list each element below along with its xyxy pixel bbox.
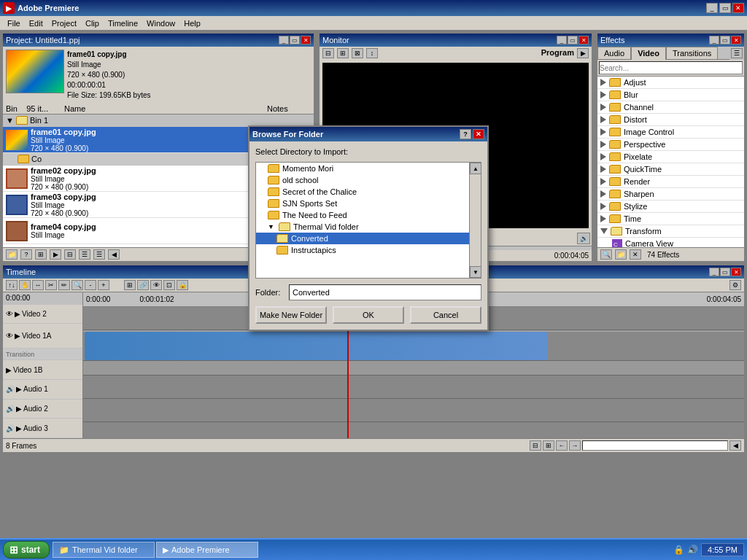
- menu-project[interactable]: Project: [47, 18, 81, 29]
- timeline-minimize[interactable]: _: [709, 268, 719, 276]
- tab-video[interactable]: Video: [631, 47, 666, 60]
- project-close[interactable]: ✕: [301, 36, 311, 44]
- restore-button[interactable]: ▭: [719, 3, 731, 13]
- project-tool-8[interactable]: ◀: [108, 249, 120, 260]
- taskbar-item-thermal[interactable]: 📁 Thermal Vid folder: [53, 542, 155, 558]
- effect-group-sharpen[interactable]: Sharpen: [597, 188, 744, 201]
- tl-tool-6[interactable]: 🔍: [71, 280, 83, 290]
- tl-zoom-out[interactable]: -: [85, 280, 96, 290]
- minimize-button[interactable]: _: [706, 3, 718, 13]
- start-button[interactable]: ⊞ start: [3, 541, 50, 559]
- dialog-folder-tree[interactable]: Momento Mori old school Secret of the Ch…: [255, 162, 481, 279]
- dialog-help[interactable]: ?: [460, 129, 471, 139]
- folder-thermal-vid[interactable]: ▼ Thermal Vid folder: [256, 221, 469, 233]
- menu-window[interactable]: Window: [142, 18, 179, 29]
- folder-secret-chalice[interactable]: Secret of the Chalice: [256, 186, 469, 198]
- tab-transitions[interactable]: Transitions: [666, 47, 718, 60]
- tl-snap[interactable]: ⊞: [124, 280, 136, 290]
- monitor-minimize[interactable]: _: [557, 36, 567, 44]
- effect-group-blur[interactable]: Blur: [597, 89, 744, 101]
- dialog-buttons: Make New Folder OK Cancel: [255, 306, 481, 324]
- effect-group-time[interactable]: Time: [597, 213, 744, 225]
- effects-new-btn[interactable]: 📁: [615, 249, 627, 260]
- effects-minimize[interactable]: _: [709, 36, 719, 44]
- scroll-down-btn[interactable]: ▼: [470, 266, 481, 278]
- effects-search[interactable]: [599, 61, 743, 74]
- tl-settings[interactable]: ⚙: [729, 280, 741, 290]
- project-tool-1[interactable]: 📁: [6, 249, 18, 260]
- tl-tool-4[interactable]: ✂: [45, 280, 57, 290]
- effect-group-perspective[interactable]: Perspective: [597, 139, 744, 151]
- monitor-close[interactable]: ✕: [578, 36, 589, 44]
- effect-group-pixelate[interactable]: Pixelate: [597, 151, 744, 163]
- monitor-restore[interactable]: ▭: [568, 36, 578, 44]
- folder-input[interactable]: [289, 284, 481, 300]
- tl-shy[interactable]: 👁: [150, 280, 162, 290]
- make-new-folder-button[interactable]: Make New Folder: [255, 306, 327, 324]
- close-button[interactable]: ✕: [732, 3, 744, 13]
- tl-bottom-5[interactable]: ◀: [729, 440, 741, 451]
- folder-converted[interactable]: Converted: [256, 233, 469, 244]
- tl-bottom-4[interactable]: →: [569, 440, 581, 451]
- menu-help[interactable]: Help: [179, 18, 205, 29]
- cancel-button[interactable]: Cancel: [410, 306, 481, 324]
- effects-close[interactable]: ✕: [731, 36, 741, 44]
- monitor-vol[interactable]: 🔊: [577, 233, 590, 244]
- dialog-close[interactable]: ✕: [473, 129, 484, 139]
- effect-group-transform[interactable]: Transform: [597, 225, 744, 238]
- tl-zoom-in[interactable]: +: [98, 280, 109, 290]
- menu-edit[interactable]: Edit: [25, 18, 47, 29]
- effects-search-btn[interactable]: 🔍: [600, 249, 612, 260]
- tl-bottom-1[interactable]: ⊟: [530, 440, 541, 451]
- tl-scrollbar[interactable]: [582, 440, 728, 451]
- timeline-restore[interactable]: ▭: [720, 268, 730, 276]
- project-tool-3[interactable]: ⊞: [35, 249, 47, 260]
- project-tool-4[interactable]: ▶: [50, 249, 61, 260]
- tl-tool-3[interactable]: ↔: [32, 280, 44, 290]
- effect-group-render[interactable]: Render: [597, 176, 744, 188]
- project-tool-2[interactable]: ?: [20, 249, 32, 260]
- effects-menu[interactable]: ☰: [731, 48, 743, 58]
- tl-bottom-2[interactable]: ⊞: [543, 440, 554, 451]
- folder-instructapics[interactable]: Instructapics: [256, 244, 469, 256]
- menu-timeline[interactable]: Timeline: [104, 18, 142, 29]
- taskbar-item-premiere[interactable]: ▶ Adobe Premiere: [156, 542, 258, 558]
- tl-link[interactable]: 🔗: [137, 280, 149, 290]
- monitor-play[interactable]: ▶: [577, 48, 589, 58]
- project-tool-6[interactable]: ☰: [79, 249, 90, 260]
- dialog-tree-scrollbar[interactable]: ▲ ▼: [469, 163, 481, 278]
- folder-sjn-sports[interactable]: SJN Sports Set: [256, 198, 469, 209]
- effect-item-cameraview[interactable]: C Camera View: [597, 238, 744, 247]
- tl-bottom-3[interactable]: ←: [556, 440, 568, 451]
- effect-group-quicktime[interactable]: QuickTime: [597, 163, 744, 176]
- tl-tool-1[interactable]: ↑↓: [6, 280, 18, 290]
- folder-old-school[interactable]: old school: [256, 174, 469, 186]
- tl-tool-2[interactable]: ✋: [19, 280, 31, 290]
- project-restore[interactable]: ▭: [290, 36, 300, 44]
- effects-del-btn[interactable]: ✕: [630, 249, 641, 260]
- monitor-tool-4[interactable]: ↕: [366, 48, 378, 58]
- monitor-tool-1[interactable]: ⊟: [322, 48, 334, 58]
- timeline-close[interactable]: ✕: [731, 268, 741, 276]
- project-minimize[interactable]: _: [279, 36, 289, 44]
- effect-group-distort[interactable]: Distort: [597, 114, 744, 126]
- folder-momento-mori[interactable]: Momento Mori: [256, 163, 469, 174]
- menu-file[interactable]: File: [3, 18, 25, 29]
- folder-need-to-feed[interactable]: The Need to Feed: [256, 209, 469, 221]
- ok-button[interactable]: OK: [333, 306, 404, 324]
- tl-tool-5[interactable]: ✏: [58, 280, 70, 290]
- effect-group-adjust[interactable]: Adjust: [597, 77, 744, 89]
- tl-exclude[interactable]: ⊡: [163, 280, 175, 290]
- effects-restore[interactable]: ▭: [720, 36, 730, 44]
- tab-audio[interactable]: Audio: [597, 47, 631, 60]
- effect-group-stylize[interactable]: Stylize: [597, 201, 744, 213]
- menu-clip[interactable]: Clip: [81, 18, 104, 29]
- monitor-tool-3[interactable]: ⊠: [352, 48, 363, 58]
- effect-group-imagecontrol[interactable]: Image Control: [597, 126, 744, 139]
- effect-group-channel[interactable]: Channel: [597, 101, 744, 114]
- scroll-up-btn[interactable]: ▲: [470, 163, 481, 174]
- tl-lock[interactable]: 🔒: [177, 280, 188, 290]
- project-tool-7[interactable]: ☰: [93, 249, 105, 260]
- project-tool-5[interactable]: ⊟: [64, 249, 76, 260]
- monitor-tool-2[interactable]: ⊞: [337, 48, 349, 58]
